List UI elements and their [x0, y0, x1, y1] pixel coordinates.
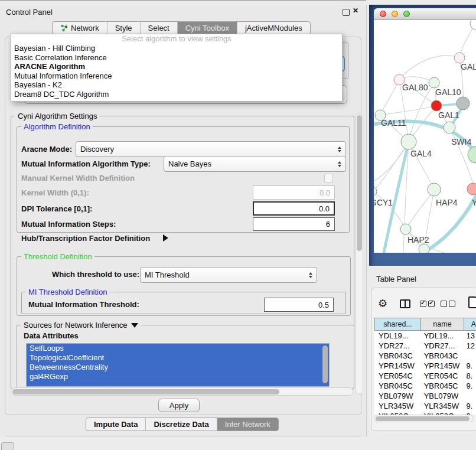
algorithm-option[interactable]: ARACNE Algorithm: [11, 62, 342, 71]
mi-threshold-field[interactable]: 0.5: [264, 298, 334, 312]
control-panel-title: Control Panel: [6, 8, 53, 17]
column-header-partial[interactable]: A: [464, 318, 476, 331]
tab-label: Style: [115, 24, 132, 32]
data-attribute-item[interactable]: SelfLoops: [27, 344, 329, 353]
data-attribute-item[interactable]: gal4RGexp: [27, 372, 329, 381]
table-cell: YDL19...: [420, 331, 462, 340]
node[interactable]: [429, 77, 439, 88]
algorithm-option[interactable]: Basic Correlation Inference: [11, 53, 342, 63]
algorithm-option[interactable]: Bayesian - K2: [11, 80, 342, 90]
data-attributes-list[interactable]: SelfLoopsTopologicalCoefficientBetweenne…: [26, 343, 330, 387]
network-window-titlebar[interactable]: [374, 8, 476, 20]
scrollbar-thumb[interactable]: [357, 115, 362, 251]
manual-kernel-checkbox[interactable]: [324, 174, 333, 182]
tab-style[interactable]: Style: [107, 22, 141, 34]
node-hap4[interactable]: [428, 183, 441, 196]
table-header: shared... name A: [374, 318, 476, 331]
table-row[interactable]: YBR045CYBR045C9.: [374, 381, 476, 391]
table-row[interactable]: YDR27...YDR27...12: [374, 341, 476, 351]
kernel-width-value: 0.0: [319, 188, 330, 197]
hub-section-label: Hub/Transcription Factor Definition: [21, 234, 150, 243]
algorithm-popup-list: Bayesian - Hill ClimbingBasic Correlatio…: [11, 44, 342, 99]
node-hap2[interactable]: [400, 224, 411, 234]
table-cell: YBR045C: [420, 381, 462, 390]
apply-button[interactable]: Apply: [158, 399, 200, 412]
sources-collapse-icon[interactable]: [131, 323, 138, 328]
scrollbar-thumb[interactable]: [376, 416, 470, 421]
settings-horizontal-scrollbar[interactable]: [11, 387, 353, 396]
mi-type-label: Mutual Information Algorithm Type:: [21, 159, 151, 169]
table-row[interactable]: YBR043CYBR043C: [374, 351, 476, 361]
node[interactable]: [470, 20, 476, 30]
table-row[interactable]: YPR145WYPR145W9.: [374, 361, 476, 371]
tab-label: Cyni Toolbox: [185, 24, 229, 32]
table-settings-gear-icon[interactable]: ⚙: [378, 297, 387, 310]
algorithm-option[interactable]: Bayesian - Hill Climbing: [11, 44, 342, 53]
select-all-checkboxes-icon[interactable]: [420, 301, 435, 307]
table-row[interactable]: YDL19...YDL19...13: [374, 331, 476, 341]
which-threshold-combo[interactable]: MI Threshold: [140, 267, 317, 283]
table-row[interactable]: YER054CYER054C8.: [374, 371, 476, 381]
hub-expander-icon[interactable]: [163, 234, 168, 242]
table-cell: 13: [462, 331, 476, 340]
dpi-tolerance-label: DPI Tolerance [0,1]:: [21, 204, 92, 214]
new-table-icon[interactable]: [468, 296, 476, 308]
node-label: GAL11: [381, 118, 406, 128]
mi-type-combo[interactable]: Naive Bayes: [164, 156, 346, 172]
which-threshold-label: Which threshold to use:: [52, 270, 139, 279]
tab-jactivemnodules[interactable]: jActiveMNodules: [237, 22, 310, 34]
column-header-label: name: [433, 320, 451, 328]
minimize-window-icon[interactable]: [392, 11, 398, 17]
table-row[interactable]: YLR345WYLR345W9.: [374, 401, 476, 411]
aracne-mode-label: Aracne Mode:: [21, 145, 72, 154]
corner-mini-button[interactable]: [1, 442, 14, 450]
mi-threshold-label: Mutual Information Threshold:: [28, 300, 139, 309]
data-attribute-item[interactable]: TopologicalCoefficient: [27, 353, 329, 363]
tab-cyni-toolbox[interactable]: Cyni Toolbox: [178, 22, 237, 34]
tab-label: Infer Network: [225, 420, 270, 429]
node-gal4[interactable]: [401, 134, 416, 149]
aracne-mode-value: Discovery: [80, 145, 114, 154]
node-label: Y: [472, 198, 476, 207]
node-label: HAP4: [436, 198, 458, 207]
zoom-window-icon[interactable]: [403, 11, 410, 17]
aracne-mode-combo[interactable]: Discovery: [76, 141, 346, 157]
mi-type-value: Naive Bayes: [168, 159, 211, 168]
tab-discretize-data[interactable]: Discretize Data: [146, 418, 217, 431]
node-label: GAL1: [438, 110, 459, 120]
float-panel-icon[interactable]: [343, 9, 350, 16]
table-horizontal-scrollbar[interactable]: [374, 415, 474, 422]
network-icon: [60, 24, 68, 32]
mi-steps-field[interactable]: 6: [253, 217, 335, 231]
table-body[interactable]: YDL19...YDL19...13YDR27...YDR27...12YBR0…: [374, 331, 476, 415]
column-header-name[interactable]: name: [420, 318, 464, 331]
node-gal1-selected[interactable]: [431, 100, 442, 111]
top-divider: [0, 0, 366, 1]
node-label: GAL80: [402, 83, 428, 92]
table-row[interactable]: YBL079WYBL079W: [374, 391, 476, 401]
node[interactable]: [468, 146, 476, 163]
node[interactable]: [467, 183, 476, 195]
tab-network[interactable]: Network: [53, 22, 107, 34]
data-attribute-item[interactable]: BetweennessCentrality: [27, 363, 329, 372]
columns-icon[interactable]: [400, 299, 410, 308]
scrollbar-thumb[interactable]: [12, 389, 279, 394]
node[interactable]: [419, 244, 429, 253]
which-threshold-value: MI Threshold: [145, 270, 190, 279]
node[interactable]: [457, 97, 470, 110]
network-canvas[interactable]: GAL GAL80 GAL10 GAL1 GAL11 SWI4 GAL4 GCY…: [374, 20, 476, 253]
algorithm-option[interactable]: Dream8 DC_TDC Algorithm: [11, 90, 342, 99]
close-panel-icon[interactable]: ✕: [353, 6, 358, 15]
tab-infer-network[interactable]: Infer Network: [217, 418, 278, 431]
column-header-shared[interactable]: shared...: [374, 318, 421, 331]
mi-steps-value: 6: [326, 220, 330, 229]
tab-select[interactable]: Select: [141, 22, 178, 34]
algorithm-option[interactable]: Mutual Information Inference: [11, 71, 342, 81]
attributes-list-scrollbar[interactable]: [322, 345, 328, 383]
tab-impute-data[interactable]: Impute Data: [86, 418, 146, 431]
settings-vertical-scrollbar[interactable]: [355, 113, 363, 394]
deselect-all-checkboxes-icon[interactable]: [441, 301, 455, 307]
node[interactable]: [444, 122, 455, 133]
dpi-tolerance-field[interactable]: 0.0: [253, 201, 335, 216]
close-window-icon[interactable]: [380, 11, 386, 17]
